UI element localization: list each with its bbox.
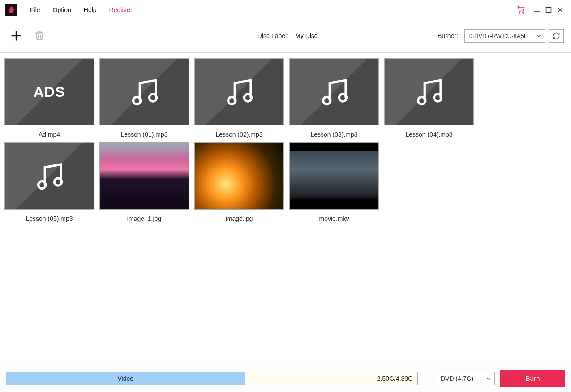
file-thumbnail[interactable]: [194, 142, 284, 210]
file-item[interactable]: Lesson (03).mp3: [289, 58, 379, 138]
capacity-bar-fill: Video: [6, 372, 245, 385]
menu-option[interactable]: Option: [47, 4, 77, 16]
close-button[interactable]: [554, 4, 566, 16]
file-item[interactable]: image_1.jpg: [99, 142, 189, 222]
file-item[interactable]: Lesson (02).mp3: [194, 58, 284, 138]
file-name: Lesson (03).mp3: [310, 131, 357, 138]
music-icon: [222, 74, 257, 109]
minimize-button[interactable]: [531, 4, 543, 16]
music-icon: [32, 159, 67, 194]
add-button[interactable]: [7, 27, 25, 45]
chevron-down-icon: [537, 34, 541, 38]
capacity-bar-label: Video: [117, 375, 133, 382]
svg-point-17: [434, 94, 441, 101]
ads-label: ADS: [34, 84, 65, 100]
file-name: Lesson (05).mp3: [26, 215, 73, 222]
file-name: Lesson (04).mp3: [405, 131, 452, 138]
disc-type-value: DVD (4.7G): [441, 375, 473, 382]
capacity-bar: Video 2.50G/4.30G: [6, 372, 418, 385]
file-thumbnail[interactable]: ADS: [4, 58, 94, 125]
refresh-button[interactable]: [549, 29, 564, 43]
file-name: image.jpg: [226, 215, 253, 222]
burner-select-value: D:DVD+-RW DU-8A5LI: [468, 33, 528, 39]
app-window: File Option Help Register Disc Label: Bu…: [0, 0, 571, 392]
file-name: image_1.jpg: [127, 215, 161, 222]
file-item[interactable]: Lesson (04).mp3: [384, 58, 474, 138]
burner-select[interactable]: D:DVD+-RW DU-8A5LI: [464, 29, 545, 43]
disc-type-select[interactable]: DVD (4.7G): [437, 372, 495, 385]
burn-button[interactable]: Burn: [500, 370, 565, 387]
file-thumbnail[interactable]: [99, 58, 189, 125]
file-grid: ADSAd.mp4Lesson (01).mp3Lesson (02).mp3L…: [0, 53, 571, 365]
file-name: Lesson (02).mp3: [215, 131, 262, 138]
toolbar: Disc Label: Burner: D:DVD+-RW DU-8A5LI: [0, 19, 571, 53]
svg-rect-3: [546, 7, 551, 12]
file-item[interactable]: Lesson (05).mp3: [4, 142, 94, 222]
svg-point-10: [133, 97, 141, 104]
file-name: Ad.mp4: [39, 131, 60, 138]
file-thumbnail[interactable]: [4, 142, 94, 210]
menu-register[interactable]: Register: [103, 4, 139, 16]
cart-icon[interactable]: [515, 4, 527, 16]
delete-button[interactable]: [30, 27, 48, 45]
disc-label-label: Disc Label:: [258, 32, 288, 39]
refresh-icon: [552, 32, 560, 40]
svg-point-0: [519, 12, 520, 13]
file-item[interactable]: Lesson (01).mp3: [99, 58, 189, 138]
svg-point-13: [244, 94, 251, 101]
file-thumbnail[interactable]: [384, 58, 474, 125]
music-icon: [317, 74, 352, 109]
footer-bar: Video 2.50G/4.30G DVD (4.7G) Burn: [0, 365, 571, 392]
burner-label: Burner:: [438, 32, 458, 39]
disc-label-input[interactable]: [292, 30, 370, 42]
file-thumbnail[interactable]: [99, 142, 189, 210]
svg-point-11: [149, 94, 156, 101]
file-item[interactable]: image.jpg: [194, 142, 284, 222]
file-thumbnail[interactable]: [289, 58, 379, 125]
svg-point-1: [523, 12, 524, 13]
chevron-down-icon: [486, 376, 491, 381]
menu-file[interactable]: File: [24, 4, 47, 16]
music-icon: [412, 74, 446, 109]
menu-help[interactable]: Help: [77, 4, 103, 16]
svg-point-19: [54, 178, 61, 185]
music-icon: [127, 74, 162, 109]
file-name: movie.mkv: [319, 215, 349, 222]
file-name: Lesson (01).mp3: [120, 131, 167, 138]
file-item[interactable]: movie.mkv: [289, 142, 379, 222]
app-logo-icon: [5, 4, 17, 16]
file-item[interactable]: ADSAd.mp4: [4, 58, 94, 138]
svg-point-15: [339, 94, 346, 101]
svg-point-14: [323, 97, 331, 104]
menu-bar: File Option Help Register: [0, 0, 571, 19]
svg-point-18: [39, 181, 46, 188]
file-thumbnail[interactable]: [289, 142, 379, 210]
svg-point-16: [418, 97, 425, 104]
maximize-button[interactable]: [543, 4, 554, 16]
capacity-bar-text: 2.50G/4.30G: [245, 372, 417, 385]
svg-point-12: [228, 97, 236, 104]
file-thumbnail[interactable]: [194, 58, 284, 125]
